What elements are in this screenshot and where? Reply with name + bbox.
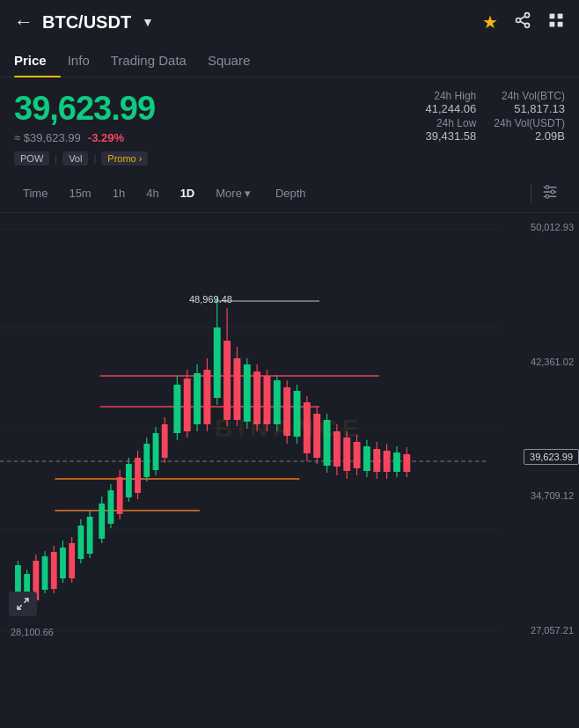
svg-point-2 <box>525 23 530 27</box>
tag-promo[interactable]: Promo › <box>101 151 148 165</box>
tag-vol[interactable]: Vol <box>62 151 88 165</box>
grid-icon[interactable] <box>547 11 565 33</box>
stat-vol-usdt: 24h Vol(USDT) 2.09B <box>494 117 565 143</box>
svg-point-13 <box>551 190 554 194</box>
chevron-down-icon[interactable]: ▼ <box>142 15 154 29</box>
tag-divider-2: | <box>93 153 96 164</box>
vol-btc-value: 51,817.13 <box>494 102 565 115</box>
svg-point-12 <box>546 186 549 189</box>
chart-tab-1d[interactable]: 1D <box>172 182 204 204</box>
current-price-badge: 39,623.99 <box>524 449 579 465</box>
tag-divider-1: | <box>55 153 57 164</box>
header-right: ★ <box>482 11 565 33</box>
price-section: 39,623.99 ≈ $39,623.99 -3.29% POW | Vol … <box>0 77 579 174</box>
low-label: 24h Low <box>406 117 477 129</box>
chart-tab-time[interactable]: Time <box>14 182 56 204</box>
svg-point-0 <box>525 12 530 17</box>
more-button[interactable]: More ▾ <box>207 182 260 204</box>
tab-trading-data[interactable]: Trading Data <box>111 44 201 77</box>
price-label-top: 50,012.93 <box>514 222 574 232</box>
svg-line-4 <box>520 16 525 18</box>
price-axis: 50,012.93 42,361.02 34,709.12 27,057.21 <box>509 213 579 644</box>
price-label-3: 34,709.12 <box>514 490 574 501</box>
chart-area[interactable]: 50,012.93 42,361.02 34,709.12 27,057.21 … <box>0 213 579 644</box>
share-icon[interactable] <box>514 11 531 33</box>
svg-rect-5 <box>550 13 555 18</box>
settings-button[interactable] <box>535 180 565 207</box>
pair-title: BTC/USDT <box>42 12 131 33</box>
tab-price[interactable]: Price <box>14 44 61 77</box>
svg-line-3 <box>520 21 525 24</box>
price-label-2: 42,361.02 <box>514 357 574 367</box>
low-value: 39,431.58 <box>406 129 477 143</box>
high-label: 24h High <box>406 90 477 102</box>
tag-pow[interactable]: POW <box>14 151 49 165</box>
favorite-icon[interactable]: ★ <box>482 11 498 33</box>
annotation-48969: 48,969.48 <box>189 294 232 305</box>
high-value: 41,244.06 <box>406 102 477 115</box>
header: ← BTC/USDT ▼ ★ <box>0 0 579 44</box>
stat-low: 24h Low 39,431.58 <box>406 117 477 143</box>
toolbar-divider <box>531 185 531 202</box>
svg-rect-8 <box>558 21 563 26</box>
svg-line-109 <box>24 599 28 603</box>
stat-high: 24h High 41,244.06 <box>406 90 477 115</box>
svg-line-110 <box>18 605 22 609</box>
header-left: ← BTC/USDT ▼ <box>14 11 154 33</box>
svg-rect-6 <box>558 13 563 18</box>
tab-square[interactable]: Square <box>208 44 264 77</box>
vol-usdt-label: 24h Vol(USDT) <box>494 117 565 129</box>
chart-tab-4h[interactable]: 4h <box>137 182 167 204</box>
tab-info[interactable]: Info <box>68 44 104 77</box>
main-price: 39,623.99 <box>14 90 155 128</box>
price-right: 24h High 41,244.06 24h Vol(BTC) 51,817.1… <box>406 90 565 143</box>
svg-point-1 <box>517 18 521 22</box>
chart-tab-1h[interactable]: 1h <box>104 182 134 204</box>
chart-tab-15m[interactable]: 15m <box>60 182 99 204</box>
price-usd: ≈ $39,623.99 <box>14 131 81 144</box>
tags: POW | Vol | Promo › <box>14 151 155 165</box>
chart-svg <box>0 213 579 644</box>
tab-bar: Price Info Trading Data Square <box>0 44 579 77</box>
stat-vol-btc: 24h Vol(BTC) 51,817.13 <box>494 90 565 115</box>
back-button[interactable]: ← <box>14 11 33 33</box>
price-sub: ≈ $39,623.99 -3.29% <box>14 131 155 144</box>
svg-point-14 <box>546 195 549 198</box>
zoom-button[interactable] <box>9 592 37 616</box>
chart-bottom-label: 28,100.66 <box>11 627 54 637</box>
svg-rect-7 <box>550 21 555 26</box>
promo-arrow: › <box>139 153 143 164</box>
price-left: 39,623.99 ≈ $39,623.99 -3.29% POW | Vol … <box>14 90 155 165</box>
chart-toolbar: Time 15m 1h 4h 1D More ▾ Depth <box>0 174 579 213</box>
more-arrow-icon: ▾ <box>245 187 251 200</box>
price-change: -3.29% <box>88 131 124 144</box>
vol-btc-label: 24h Vol(BTC) <box>494 90 565 102</box>
price-label-bottom: 27,057.21 <box>514 625 574 636</box>
depth-button[interactable]: Depth <box>267 182 315 204</box>
vol-usdt-value: 2.09B <box>494 129 565 143</box>
